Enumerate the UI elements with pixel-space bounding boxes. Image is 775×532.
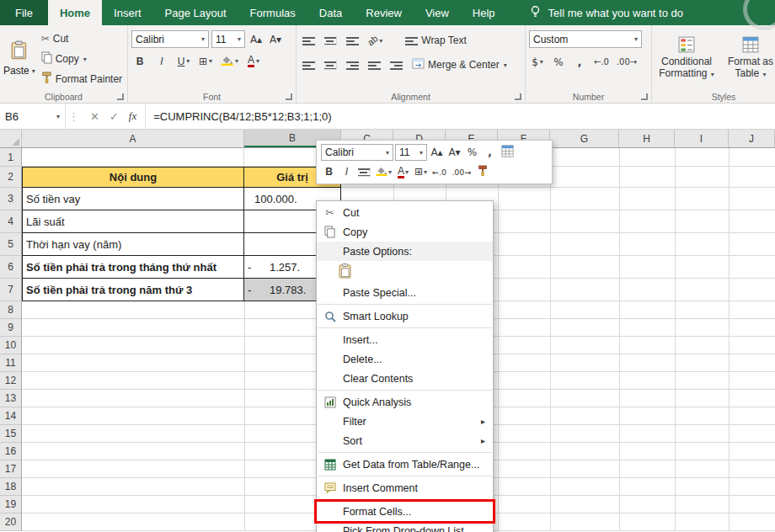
row-header-19[interactable]: 19 bbox=[0, 496, 22, 513]
number-format-combo[interactable]: Custom▾ bbox=[529, 30, 642, 48]
mini-italic-button[interactable]: I bbox=[339, 163, 355, 180]
row-header-9[interactable]: 9 bbox=[0, 319, 22, 337]
row-header-14[interactable]: 14 bbox=[0, 407, 22, 425]
mini-bold-button[interactable]: B bbox=[321, 163, 337, 180]
mini-comma-style-button[interactable]: , bbox=[482, 144, 498, 161]
decrease-decimal-button[interactable]: .00→ bbox=[615, 53, 639, 71]
dialog-launcher-icon[interactable] bbox=[515, 93, 521, 100]
column-header-J[interactable]: J bbox=[729, 130, 775, 147]
mini-align-center-button[interactable] bbox=[356, 163, 372, 180]
font-name-combo[interactable]: Calibri▾ bbox=[131, 30, 209, 48]
align-center-button[interactable] bbox=[322, 56, 339, 74]
font-color-button[interactable]: A▾ bbox=[245, 52, 262, 70]
row-header-6[interactable]: 6 bbox=[0, 256, 22, 279]
row-header-20[interactable]: 20 bbox=[0, 513, 22, 531]
menu-item-cut[interactable]: ✂Cut bbox=[317, 203, 493, 222]
italic-button[interactable]: I bbox=[153, 52, 170, 70]
menu-item-insert[interactable]: Insert... bbox=[317, 330, 493, 349]
menu-item-quick-analysis[interactable]: Quick Analysis bbox=[317, 392, 493, 412]
cancel-icon[interactable]: ✕ bbox=[90, 110, 99, 123]
merge-center-button[interactable]: Merge & Center▾ bbox=[409, 56, 510, 74]
row-header-11[interactable]: 11 bbox=[0, 354, 22, 372]
bold-button[interactable]: B bbox=[131, 52, 148, 70]
paste-button[interactable]: Paste▾ bbox=[3, 28, 35, 88]
row-header-4[interactable]: 4 bbox=[0, 210, 22, 233]
select-all-corner[interactable] bbox=[0, 130, 22, 147]
menu-item-delete[interactable]: Delete... bbox=[317, 349, 493, 369]
tell-me-box[interactable]: Tell me what you want to do bbox=[529, 0, 683, 25]
font-size-combo[interactable]: 11▾ bbox=[211, 30, 245, 48]
borders-button[interactable]: ⊞▾ bbox=[197, 52, 214, 70]
row-header-18[interactable]: 18 bbox=[0, 478, 22, 496]
paste-option-keep-formatting[interactable] bbox=[317, 261, 493, 283]
enter-icon[interactable]: ✓ bbox=[110, 110, 119, 123]
copy-button[interactable]: Copy▾ bbox=[39, 50, 125, 68]
tab-home[interactable]: Home bbox=[48, 0, 102, 25]
mini-percent-style-button[interactable]: % bbox=[464, 144, 480, 161]
mini-borders-button[interactable]: ⊞▾ bbox=[413, 163, 429, 180]
menu-item-format-cells[interactable]: Format Cells... bbox=[317, 502, 493, 521]
column-header-I[interactable]: I bbox=[675, 130, 729, 147]
row-header-3[interactable]: 3 bbox=[0, 188, 22, 210]
fill-color-button[interactable]: ▾ bbox=[219, 52, 240, 70]
row-header-13[interactable]: 13 bbox=[0, 390, 22, 407]
cut-button[interactable]: ✂Cut bbox=[39, 29, 125, 48]
tab-file[interactable]: File bbox=[0, 0, 48, 25]
cell-A7[interactable]: Số tiền phải trả trong năm thứ 3 bbox=[22, 279, 244, 301]
row-header-2[interactable]: 2 bbox=[0, 167, 22, 188]
dialog-launcher-icon[interactable] bbox=[641, 93, 648, 100]
grow-font-button[interactable]: A▴ bbox=[248, 30, 265, 48]
underline-button[interactable]: U▾ bbox=[175, 52, 192, 70]
shrink-font-button[interactable]: A▾ bbox=[267, 30, 284, 48]
dialog-launcher-icon[interactable] bbox=[117, 93, 124, 100]
percent-style-button[interactable]: % bbox=[550, 53, 567, 71]
menu-item-smart-lookup[interactable]: Smart Lookup bbox=[317, 306, 493, 326]
menu-item-filter[interactable]: Filter▸ bbox=[317, 412, 493, 431]
row-header-17[interactable]: 17 bbox=[0, 460, 22, 478]
cell-A2[interactable]: Nội dung bbox=[22, 167, 244, 188]
mini-shrink-font-button[interactable]: A▾ bbox=[446, 144, 462, 161]
tab-review[interactable]: Review bbox=[354, 0, 414, 25]
increase-indent-button[interactable] bbox=[388, 56, 404, 74]
align-left-button[interactable] bbox=[300, 56, 317, 74]
align-top-button[interactable] bbox=[300, 32, 317, 50]
tab-view[interactable]: View bbox=[414, 0, 461, 25]
mini-decrease-decimal-button[interactable]: .00→ bbox=[450, 163, 473, 180]
row-header-10[interactable]: 10 bbox=[0, 337, 22, 354]
cell-A4[interactable]: Lãi suất bbox=[22, 210, 244, 233]
cell-A3[interactable]: Số tiền vay bbox=[22, 188, 244, 210]
tab-formulas[interactable]: Formulas bbox=[238, 0, 307, 25]
align-right-button[interactable] bbox=[344, 56, 361, 74]
row-header-7[interactable]: 7 bbox=[0, 279, 22, 301]
insert-function-icon[interactable]: fx bbox=[129, 109, 136, 123]
accounting-format-button[interactable]: $▾ bbox=[529, 53, 546, 71]
format-as-table-button[interactable]: Format as Table ▾ bbox=[719, 28, 775, 88]
increase-decimal-button[interactable]: ←.0 bbox=[592, 53, 611, 71]
orientation-button[interactable]: ab▾ bbox=[366, 32, 384, 50]
column-header-H[interactable]: H bbox=[619, 130, 675, 147]
mini-fill-color-button[interactable]: ▾ bbox=[374, 163, 393, 180]
tab-page-layout[interactable]: Page Layout bbox=[153, 0, 238, 25]
tab-help[interactable]: Help bbox=[461, 0, 507, 25]
row-header-5[interactable]: 5 bbox=[0, 233, 22, 256]
comma-style-button[interactable]: , bbox=[571, 53, 588, 71]
menu-item-paste-special[interactable]: Paste Special... bbox=[317, 283, 493, 302]
menu-item-get-data[interactable]: Get Data from Table/Range... bbox=[317, 455, 493, 474]
cell-A5[interactable]: Thời hạn vay (năm) bbox=[22, 233, 244, 256]
menu-item-clear-contents[interactable]: Clear Contents bbox=[317, 369, 493, 388]
menu-item-copy[interactable]: Copy bbox=[317, 222, 493, 242]
decrease-indent-button[interactable] bbox=[366, 56, 382, 74]
formula-input[interactable]: =CUMPRINC(B4/12;B5*12;B3;1;1;0) bbox=[146, 104, 339, 129]
wrap-text-button[interactable]: Wrap Text bbox=[403, 31, 469, 50]
mini-font-color-button[interactable]: A▾ bbox=[395, 163, 411, 180]
tab-data[interactable]: Data bbox=[307, 0, 354, 25]
row-header-16[interactable]: 16 bbox=[0, 443, 22, 460]
mini-font-size-combo[interactable]: 11▾ bbox=[395, 144, 427, 161]
menu-item-pick-from-list[interactable]: Pick From Drop-down List... bbox=[317, 521, 493, 532]
format-painter-button[interactable]: Format Painter bbox=[39, 70, 125, 88]
mini-format-as-table-button[interactable] bbox=[500, 144, 516, 161]
mini-font-name-combo[interactable]: Calibri▾ bbox=[321, 144, 393, 161]
cell-A6[interactable]: Số tiền phải trả trong tháng thứ nhất bbox=[22, 256, 244, 279]
dialog-launcher-icon[interactable] bbox=[286, 93, 292, 100]
mini-increase-decimal-button[interactable]: ←.0 bbox=[430, 163, 448, 180]
